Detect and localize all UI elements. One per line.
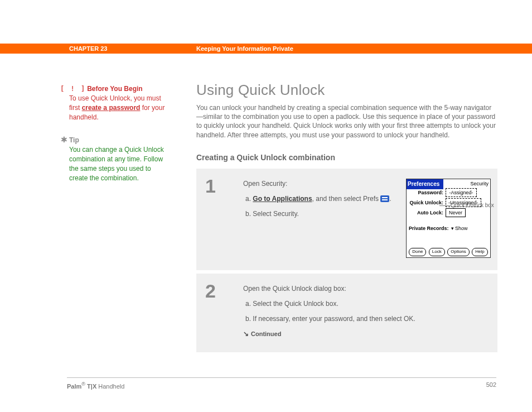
prefs-icon <box>380 195 389 202</box>
palm-options-button[interactable]: Options <box>447 248 470 256</box>
chapter-number: CHAPTER 23 <box>69 45 107 52</box>
palm-screenshot: Preferences Security Password: -Assigned… <box>406 179 491 258</box>
step-sub-b: b. Select Security. <box>245 209 395 219</box>
byb-body: To use Quick Unlock, you must first crea… <box>69 94 166 122</box>
callout-label: Quick Unlock box <box>451 202 506 208</box>
section-heading: Creating a Quick Unlock combination <box>196 153 497 162</box>
palm-help-button[interactable]: Help <box>472 248 487 256</box>
palm-lock-button[interactable]: Lock <box>429 248 445 256</box>
footer-type: Handheld <box>98 383 124 390</box>
tip-block: ✱Tip You can change a Quick Unlock combi… <box>60 135 166 183</box>
continued-label: Continued <box>251 330 281 337</box>
step-1: 1 Open Security: a. Go to Applications, … <box>196 169 497 274</box>
byb-heading: Before You Begin <box>87 85 143 93</box>
page-title: Using Quick Unlock <box>196 82 497 99</box>
step-sub-a: a. Select the Quick Unlock box. <box>245 299 491 309</box>
step-sub-b: b. If necessary, enter your password, an… <box>245 314 491 324</box>
callout-line <box>439 205 451 206</box>
footer-model: T|X <box>85 383 98 390</box>
continued-indicator: ↘Continued <box>243 329 491 339</box>
palm-password-value[interactable]: -Assigned- <box>446 188 477 197</box>
palm-title: Preferences <box>407 179 443 189</box>
palm-password-label: Password: <box>409 189 446 197</box>
steps-list: 1 Open Security: a. Go to Applications, … <box>196 169 497 356</box>
arrow-down-right-icon: ↘ <box>243 329 249 339</box>
step-body: Open the Quick Unlock dialog box: a. Sel… <box>240 274 497 352</box>
main-content: Using Quick Unlock You can unlock your h… <box>196 82 497 356</box>
sub-a-mid: , and then select Prefs <box>312 195 381 203</box>
step-lead: Open the Quick Unlock dialog box: <box>243 284 491 294</box>
step-number: 1 <box>196 169 240 270</box>
palm-private-value[interactable]: ▾ Show <box>451 224 468 232</box>
footer-brand: Palm <box>67 383 81 390</box>
page-number: 502 <box>486 381 496 390</box>
step-sub-a: a. Go to Applications, and then select P… <box>245 194 395 204</box>
palm-category: Security <box>470 180 489 188</box>
palm-auto-value[interactable]: Never <box>446 208 466 217</box>
footer-product: Palm® T|X Handheld <box>67 381 124 390</box>
chapter-header: CHAPTER 23 Keeping Your Information Priv… <box>0 44 532 54</box>
palm-done-button[interactable]: Done <box>409 248 426 256</box>
step-lead: Open Security: <box>243 179 395 189</box>
sidebar: [ ! ]Before You Begin To use Quick Unloc… <box>60 85 166 183</box>
tip-text: You can change a Quick Unlock combinatio… <box>69 145 166 183</box>
step-2: 2 Open the Quick Unlock dialog box: a. S… <box>196 274 497 356</box>
palm-private-label: Private Records: <box>409 224 449 232</box>
sub-a-prefix: a. <box>245 195 253 203</box>
create-password-link[interactable]: create a password <box>82 104 141 112</box>
sub-a-post: . <box>389 195 391 203</box>
chapter-title: Keeping Your Information Private <box>196 45 293 52</box>
tip-label: Tip <box>69 136 79 144</box>
before-you-begin: [ ! ]Before You Begin To use Quick Unloc… <box>60 85 166 122</box>
page-footer: Palm® T|X Handheld 502 <box>67 377 496 390</box>
step-body: Open Security: a. Go to Applications, an… <box>240 169 497 270</box>
go-to-applications-link[interactable]: Go to Applications <box>253 195 312 203</box>
intro-paragraph: You can unlock your handheld by creating… <box>196 103 497 140</box>
palm-auto-label: Auto Lock: <box>409 209 446 217</box>
step-number: 2 <box>196 274 240 352</box>
palm-button-row: Done Lock Options Help <box>407 248 490 256</box>
asterisk-icon: ✱ <box>60 135 68 144</box>
alert-icon: [ ! ] <box>60 85 86 93</box>
